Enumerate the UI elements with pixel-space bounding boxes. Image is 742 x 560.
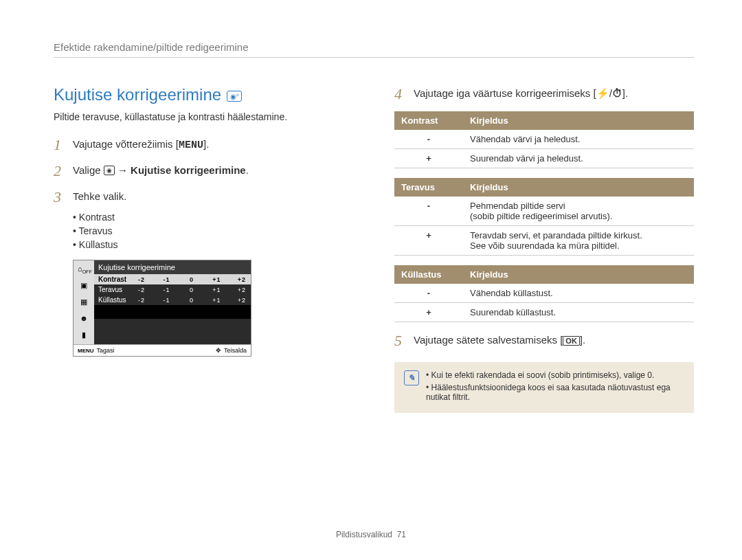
th-kirjeldus-1: Kirjeldus: [463, 111, 694, 130]
slider-row-teravus[interactable]: Teravus -2 -1 0 +1 +2: [94, 284, 251, 295]
step-2-pre: Valige: [73, 164, 104, 176]
step-2: Valige ◉ → Kujutise korrigeerimine.: [73, 162, 249, 176]
option-list: Kontrast Teravus Küllastus: [73, 212, 353, 250]
film-icon: ▮: [78, 331, 90, 340]
note-item: Häälestusfunktsioonidega koos ei saa kas…: [426, 383, 684, 402]
step-5-post: ].: [580, 334, 585, 346]
table-row: +Suurendab värvi ja heledust.: [394, 149, 694, 168]
timer-icon: ⏱: [612, 87, 622, 99]
slider-label-teravus: Teravus: [98, 286, 134, 293]
option-kontrast: Kontrast: [73, 212, 353, 223]
th-kyllastus: Küllastus: [394, 265, 463, 284]
slider-row-kontrast[interactable]: Kontrast -2 -1 0 +1 +2: [94, 274, 251, 284]
step-4: Vajutage iga väärtuse korrigeerimiseks […: [414, 85, 628, 100]
slider-row-kyllastus[interactable]: Küllastus -2 -1 0 +1 +2: [94, 295, 251, 305]
note-icon: ✎: [404, 370, 419, 385]
note-box: ✎ Kui te efekti rakendada ei soovi (sobi…: [394, 362, 694, 413]
slider-label-kontrast: Kontrast: [98, 276, 134, 283]
slider-label-kyllastus: Küllastus: [98, 296, 134, 304]
table-row: -Vähendab küllastust.: [394, 284, 694, 303]
arrow-icon: →: [115, 164, 131, 176]
footer-move-label: Teisalda: [224, 347, 247, 354]
table-row: -Pehmendab piltide servi (sobib piltide …: [394, 197, 694, 226]
step-1-pre: Vajutage võtterežiimis [: [73, 138, 179, 150]
section-title-text: Kujutise korrigeerimine: [54, 85, 221, 104]
menu-button-label: MENU: [179, 139, 203, 151]
step-number-5: 5: [394, 332, 414, 350]
camera-ui-preview: ⌂OFF ▣ ▦ ☻ ▮ Kujutise korrigeerimine Kon…: [73, 260, 251, 357]
home-off-icon: ⌂OFF: [78, 265, 90, 274]
flash-icon: ⚡: [596, 87, 609, 99]
table-kyllastus: KüllastusKirjeldus -Vähendab küllastust.…: [394, 265, 694, 322]
panel-title: Kujutise korrigeerimine: [94, 260, 251, 274]
note-item: Kui te efekti rakendada ei soovi (sobib …: [426, 370, 684, 380]
step-4-post: ].: [622, 87, 628, 99]
step-5: Vajutage sätete salvestamiseks [OK].: [414, 332, 585, 346]
plus-box-icon: ▣: [78, 281, 90, 291]
step-3: Tehke valik.: [73, 188, 126, 202]
table-teravus: TeravusKirjeldus -Pehmendab piltide serv…: [394, 178, 694, 256]
step-5-pre: Vajutage sätete salvestamiseks [: [414, 334, 563, 346]
face-icon: ☻: [78, 314, 90, 324]
step-number-1: 1: [54, 136, 73, 154]
th-kirjeldus-3: Kirjeldus: [463, 265, 694, 284]
intro-text: Piltide teravuse, küllastatuse ja kontra…: [54, 111, 353, 122]
page-number: 71: [397, 530, 406, 539]
step-1: Vajutage võtterežiimis [MENU].: [73, 136, 209, 151]
camera-mode-icon: ◉ᴾ: [227, 91, 242, 102]
step-number-4: 4: [394, 85, 414, 103]
ok-button-label: OK: [563, 336, 580, 346]
camera-ui-footer: MENU Tagasi ✥ Teisalda: [74, 344, 251, 356]
footer-back-label: Tagasi: [97, 347, 115, 354]
breadcrumb: Efektide rakendamine/piltide redigeerimi…: [54, 41, 694, 58]
table-kontrast: KontrastKirjeldus -Vähendab värvi ja hel…: [394, 111, 694, 168]
page-footer: Pildistusvalikud 71: [0, 530, 742, 539]
menu-icon: MENU: [78, 348, 94, 354]
camera-icon-column: ⌂OFF ▣ ▦ ☻ ▮: [74, 260, 94, 344]
footer-section-label: Pildistusvalikud: [336, 530, 392, 539]
th-kirjeldus-2: Kirjeldus: [463, 178, 694, 197]
table-row: -Vähendab värvi ja heledust.: [394, 130, 694, 149]
th-teravus: Teravus: [394, 178, 463, 197]
step-2-post: .: [246, 164, 249, 176]
camera-icon: ◉: [104, 166, 115, 175]
dpad-icon: ✥: [216, 347, 221, 354]
th-kontrast: Kontrast: [394, 111, 463, 130]
option-kyllastus: Küllastus: [73, 239, 353, 250]
step-4-pre: Vajutage iga väärtuse korrigeerimiseks [: [414, 87, 596, 99]
step-1-post: ].: [203, 138, 209, 150]
table-row: +Suurendab küllastust.: [394, 303, 694, 322]
step-2-bold: Kujutise korrigeerimine: [131, 164, 246, 176]
table-row: +Teravdab servi, et parandada piltide ki…: [394, 226, 694, 256]
step-number-2: 2: [54, 162, 73, 180]
section-title: Kujutise korrigeerimine ◉ᴾ: [54, 85, 353, 104]
option-teravus: Teravus: [73, 225, 353, 236]
step-number-3: 3: [54, 188, 73, 206]
adjust-icon: ▦: [78, 298, 90, 307]
